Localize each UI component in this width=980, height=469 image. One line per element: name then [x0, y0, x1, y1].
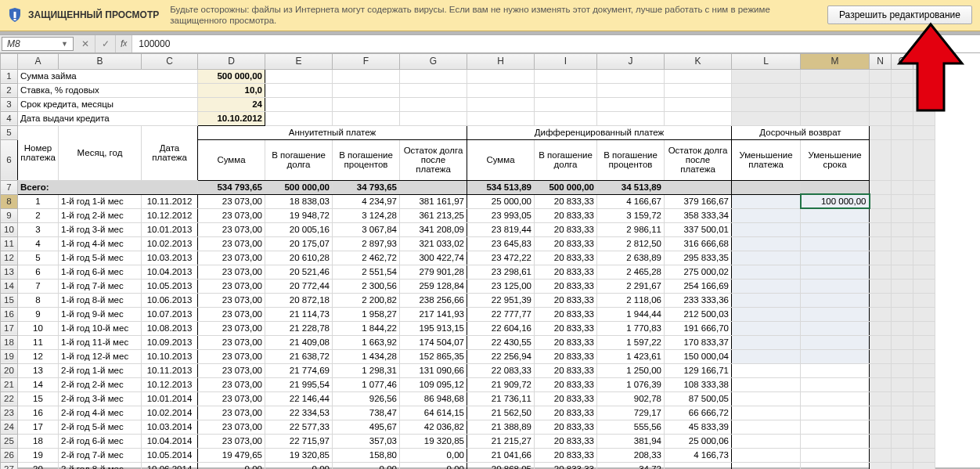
- column-header[interactable]: J: [597, 53, 665, 69]
- cell[interactable]: 0,00: [265, 462, 333, 469]
- cell[interactable]: [801, 448, 870, 462]
- cell[interactable]: Дифференцированный платеж: [467, 125, 732, 139]
- cell[interactable]: [870, 97, 892, 111]
- cell[interactable]: [870, 321, 892, 335]
- cell[interactable]: [913, 236, 935, 251]
- cell[interactable]: 381 161,97: [400, 194, 467, 208]
- cell[interactable]: 738,47: [333, 406, 400, 420]
- row-header[interactable]: 26: [1, 448, 18, 462]
- cell[interactable]: 20 833,33: [535, 236, 597, 251]
- cell[interactable]: [732, 293, 801, 307]
- cell[interactable]: 321 033,02: [400, 236, 467, 251]
- cell[interactable]: 22 083,33: [467, 363, 535, 377]
- cell[interactable]: 4: [18, 236, 59, 251]
- cell[interactable]: 1 434,28: [333, 349, 400, 363]
- cell[interactable]: 1-й год 5-й мес: [59, 251, 142, 265]
- cell[interactable]: 20 872,18: [265, 293, 333, 307]
- cell[interactable]: [801, 69, 870, 83]
- cell[interactable]: [870, 406, 892, 420]
- cell[interactable]: 1-й год 8-й мес: [59, 293, 142, 307]
- cell[interactable]: [913, 420, 935, 434]
- row-header[interactable]: 27: [1, 462, 18, 469]
- cell[interactable]: 17: [18, 420, 59, 434]
- cell[interactable]: [732, 448, 801, 462]
- cell[interactable]: [870, 194, 892, 208]
- cell[interactable]: [732, 377, 801, 391]
- row-header[interactable]: 20: [1, 363, 18, 377]
- cell[interactable]: 64 614,15: [400, 406, 467, 420]
- cell[interactable]: [665, 83, 732, 97]
- cell[interactable]: 131 090,66: [400, 363, 467, 377]
- cell[interactable]: [892, 139, 913, 180]
- cell[interactable]: [801, 321, 870, 335]
- row-header[interactable]: 12: [1, 251, 18, 265]
- cell[interactable]: 358 333,34: [665, 208, 732, 222]
- row-header[interactable]: 5: [1, 125, 18, 139]
- cell[interactable]: 2-й год 4-й мес: [59, 406, 142, 420]
- cell[interactable]: Сумма: [467, 139, 535, 180]
- cell[interactable]: [732, 307, 801, 321]
- cell[interactable]: 1-й год 1-й мес: [59, 194, 142, 208]
- cell[interactable]: [732, 391, 801, 406]
- cell[interactable]: Номерплатежа: [18, 125, 59, 180]
- cell[interactable]: 23 073,00: [198, 335, 265, 349]
- cell[interactable]: [597, 111, 665, 125]
- cell[interactable]: [333, 69, 400, 83]
- cell[interactable]: В погашение долга: [265, 139, 333, 180]
- cell[interactable]: [801, 420, 870, 434]
- cell[interactable]: [801, 208, 870, 222]
- cell[interactable]: [892, 307, 913, 321]
- cell[interactable]: 3 124,28: [333, 208, 400, 222]
- cell[interactable]: [913, 251, 935, 265]
- cell[interactable]: 2 462,72: [333, 251, 400, 265]
- cell[interactable]: 233 333,36: [665, 293, 732, 307]
- cell[interactable]: 10.05.2013: [142, 279, 198, 293]
- cell[interactable]: [913, 180, 935, 194]
- cell[interactable]: [732, 335, 801, 349]
- cell[interactable]: [333, 111, 400, 125]
- cell[interactable]: [870, 279, 892, 293]
- cell[interactable]: 20 833,33: [535, 349, 597, 363]
- cell[interactable]: 10: [18, 321, 59, 335]
- cell[interactable]: [801, 349, 870, 363]
- cell[interactable]: 18: [18, 434, 59, 448]
- cell[interactable]: 23 073,00: [198, 420, 265, 434]
- cell[interactable]: Всего:: [18, 180, 198, 194]
- cell[interactable]: 555,56: [597, 420, 665, 434]
- cell[interactable]: 2-й год 5-й мес: [59, 420, 142, 434]
- cell[interactable]: [597, 83, 665, 97]
- cell[interactable]: [467, 97, 535, 111]
- cell[interactable]: 23 073,00: [198, 321, 265, 335]
- cell[interactable]: [892, 293, 913, 307]
- cell[interactable]: 379 166,67: [665, 194, 732, 208]
- cell[interactable]: [400, 83, 467, 97]
- cell[interactable]: 20 833,33: [535, 434, 597, 448]
- cell[interactable]: 10.10.2012: [198, 111, 265, 125]
- cell[interactable]: [801, 222, 870, 236]
- cell[interactable]: 20: [18, 462, 59, 469]
- cell[interactable]: 170 833,37: [665, 335, 732, 349]
- cell[interactable]: 21 041,66: [467, 448, 535, 462]
- cell[interactable]: 34,72: [597, 462, 665, 469]
- cancel-formula-button[interactable]: ✕: [75, 35, 95, 52]
- cell[interactable]: [892, 125, 913, 139]
- cell[interactable]: [400, 180, 467, 194]
- cell[interactable]: 4 166,73: [665, 448, 732, 462]
- cell[interactable]: 66 666,72: [665, 406, 732, 420]
- cell[interactable]: 21 388,89: [467, 420, 535, 434]
- cell[interactable]: [732, 462, 801, 469]
- row-header[interactable]: 7: [1, 180, 18, 194]
- cell[interactable]: 217 141,93: [400, 307, 467, 321]
- cell[interactable]: 22 256,94: [467, 349, 535, 363]
- cell[interactable]: 1 250,00: [597, 363, 665, 377]
- cell[interactable]: Срок кредита, месяцы: [18, 97, 198, 111]
- cell[interactable]: 21 228,78: [265, 321, 333, 335]
- cell[interactable]: [801, 97, 870, 111]
- cell[interactable]: [801, 462, 870, 469]
- cell[interactable]: [732, 434, 801, 448]
- cell[interactable]: 316 666,68: [665, 236, 732, 251]
- cell[interactable]: [870, 236, 892, 251]
- cell[interactable]: [400, 97, 467, 111]
- cell[interactable]: 19 479,65: [198, 448, 265, 462]
- cell[interactable]: [801, 279, 870, 293]
